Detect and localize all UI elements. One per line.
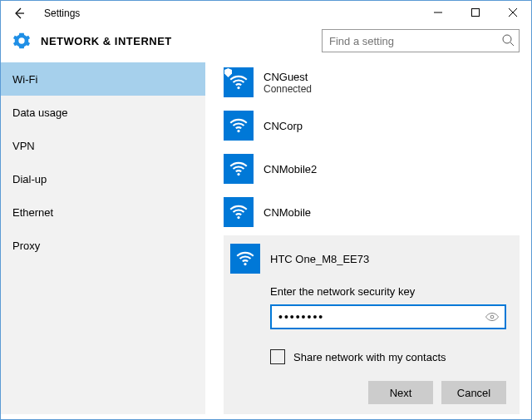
sidebar-item-wifi[interactable]: Wi-Fi <box>1 62 205 96</box>
svg-point-11 <box>490 315 494 319</box>
network-cnguest[interactable]: CNGuest Connected <box>224 62 520 102</box>
maximize-button[interactable] <box>456 1 494 24</box>
network-name: CNGuest <box>264 71 312 83</box>
password-prompt: Enter the network security key <box>270 285 506 298</box>
network-name: CNMobile <box>264 206 311 219</box>
gear-icon <box>12 32 31 50</box>
sidebar-item-vpn[interactable]: VPN <box>1 129 205 162</box>
network-name: CNMobile2 <box>264 163 317 175</box>
page-title: NETWORK & INTERNET <box>41 35 172 47</box>
wifi-icon <box>224 111 254 141</box>
cancel-button[interactable]: Cancel <box>441 381 506 404</box>
wifi-secure-icon <box>224 67 254 97</box>
password-input[interactable] <box>270 304 506 329</box>
network-name: CNCorp <box>264 120 303 132</box>
network-selected[interactable]: HTC One_M8_EE73 <box>230 242 506 279</box>
back-button[interactable] <box>7 2 31 25</box>
reveal-password-icon[interactable] <box>485 309 500 328</box>
search-input[interactable] <box>322 29 520 52</box>
share-label: Share network with my contacts <box>293 351 446 363</box>
svg-rect-1 <box>471 9 479 17</box>
network-cnmobile[interactable]: CNMobile <box>224 192 520 232</box>
close-button[interactable] <box>494 1 531 24</box>
share-checkbox[interactable] <box>270 349 285 364</box>
network-cnmobile2[interactable]: CNMobile2 <box>224 149 520 189</box>
svg-point-4 <box>503 35 511 43</box>
wifi-icon <box>224 154 254 184</box>
wifi-icon <box>224 197 254 227</box>
svg-point-10 <box>244 263 246 265</box>
sidebar-item-proxy[interactable]: Proxy <box>1 229 205 262</box>
minimize-button[interactable] <box>419 1 456 24</box>
sidebar-item-dialup[interactable]: Dial-up <box>1 162 205 195</box>
sidebar-item-data-usage[interactable]: Data usage <box>1 96 205 129</box>
next-button[interactable]: Next <box>368 381 433 404</box>
svg-point-9 <box>237 216 239 219</box>
sidebar: Wi-Fi Data usage VPN Dial-up Ethernet Pr… <box>1 62 205 414</box>
connect-panel: HTC One_M8_EE73 Enter the network securi… <box>224 235 520 414</box>
search-icon <box>501 33 515 50</box>
network-list: CNGuest Connected CNCorp CNMobile2 CNMob… <box>205 62 531 414</box>
network-status: Connected <box>264 83 312 95</box>
svg-point-6 <box>237 86 239 89</box>
wifi-icon <box>230 244 260 274</box>
network-cncorp[interactable]: CNCorp <box>224 106 520 146</box>
svg-point-7 <box>237 130 239 132</box>
sidebar-item-ethernet[interactable]: Ethernet <box>1 195 205 229</box>
svg-point-8 <box>237 173 239 175</box>
svg-line-5 <box>510 42 514 46</box>
network-name: HTC One_M8_EE73 <box>270 253 369 265</box>
window-title: Settings <box>31 7 80 19</box>
